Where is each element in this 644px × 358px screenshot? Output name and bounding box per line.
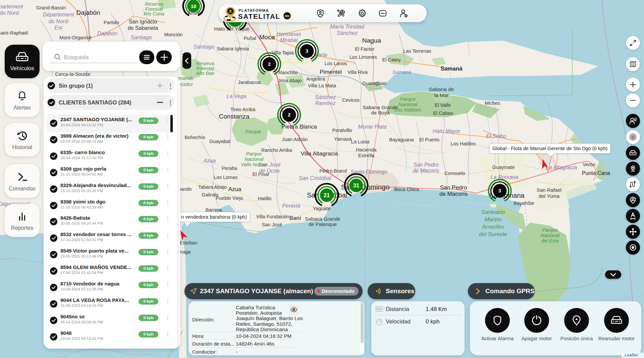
svg-text:3: 3 xyxy=(306,48,308,54)
svg-text:21: 21 xyxy=(324,192,330,198)
svg-text:31: 31 xyxy=(353,182,359,188)
svg-text:10: 10 xyxy=(191,3,197,9)
svg-text:SATELITAL: SATELITAL xyxy=(238,12,280,20)
svg-text:3: 3 xyxy=(498,188,501,193)
svg-text:2: 2 xyxy=(288,112,290,118)
svg-text:2: 2 xyxy=(268,61,271,67)
svg-text:PLATAFORMA: PLATAFORMA xyxy=(238,8,269,12)
svg-text:RD: RD xyxy=(285,14,289,18)
